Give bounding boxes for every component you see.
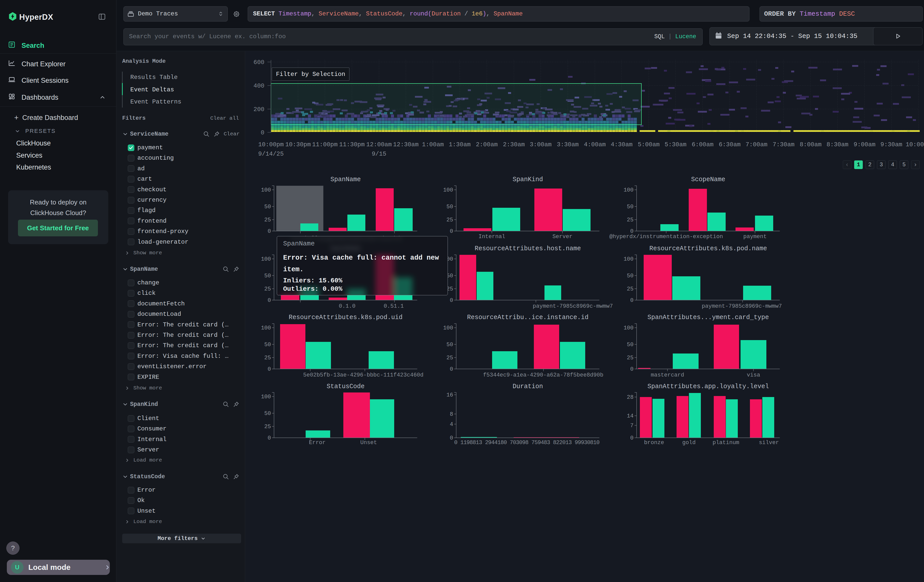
svg-text:25: 25 (627, 355, 634, 361)
svg-text:6:30am: 6:30am (719, 141, 741, 148)
svg-text:ResourceAttributes.k8s.pod.nam: ResourceAttributes.k8s.pod.name (649, 245, 767, 252)
svg-text:4: 4 (450, 421, 453, 428)
svg-text:ResourceAttributes.k8s.pod.uid: ResourceAttributes.k8s.pod.uid (289, 314, 403, 321)
svg-text:50: 50 (264, 411, 271, 417)
svg-text:50: 50 (447, 341, 453, 348)
svg-text:1:30am: 1:30am (449, 141, 470, 148)
svg-text:7: 7 (630, 422, 634, 429)
svg-text:payment-7985c8969c-mwmw7: payment-7985c8969c-mwmw7 (702, 303, 782, 310)
svg-text:25: 25 (447, 355, 453, 361)
svg-text:100: 100 (624, 187, 634, 193)
svg-text:600: 600 (254, 59, 264, 66)
svg-text:2:30am: 2:30am (503, 141, 525, 148)
svg-text:0: 0 (450, 435, 453, 441)
svg-text:0 1198813 2944180 703098 75948: 0 1198813 2944180 703098 759483 822013 9… (454, 440, 600, 446)
svg-text:0.51.1: 0.51.1 (384, 303, 404, 310)
svg-text:3:30am: 3:30am (557, 141, 579, 148)
svg-text:1:00am: 1:00am (422, 141, 444, 148)
svg-text:0: 0 (450, 366, 453, 373)
svg-text:11:00pm: 11:00pm (312, 141, 338, 148)
svg-text:f5344ec9-a1ea-4290-a62a-78f5be: f5344ec9-a1ea-4290-a62a-78f5bee8d90b (483, 372, 603, 378)
svg-text:payment-7985c8969c-mwmw7: payment-7985c8969c-mwmw7 (533, 303, 613, 310)
svg-text:5:00am: 5:00am (638, 141, 660, 148)
svg-text:50: 50 (627, 341, 634, 348)
svg-text:Error: Error (309, 440, 326, 446)
svg-text:25: 25 (627, 286, 634, 292)
svg-text:50: 50 (264, 341, 271, 348)
svg-text:25: 25 (447, 217, 453, 223)
svg-text:0: 0 (268, 435, 271, 441)
svg-text:100: 100 (624, 256, 634, 262)
svg-text:0: 0 (268, 297, 271, 303)
svg-text:10:30pm: 10:30pm (285, 141, 311, 148)
svg-text:5e02b5fb-13ae-4296-bbbc-111f42: 5e02b5fb-13ae-4296-bbbc-111f423c460d (303, 372, 423, 378)
svg-text:50: 50 (264, 204, 271, 210)
svg-text:Unset: Unset (360, 440, 377, 446)
svg-text:SpanName: SpanName (330, 176, 361, 183)
svg-text:100: 100 (261, 325, 271, 331)
svg-text:0: 0 (450, 297, 453, 303)
svg-text:100: 100 (261, 256, 271, 262)
svg-text:5:30am: 5:30am (665, 141, 686, 148)
svg-text:400: 400 (254, 82, 264, 89)
svg-text:7:30am: 7:30am (773, 141, 794, 148)
svg-text:12:00am: 12:00am (366, 141, 392, 148)
svg-text:14: 14 (627, 413, 634, 419)
svg-text:ResourceAttributes.host.name: ResourceAttributes.host.name (475, 245, 581, 252)
svg-text:25: 25 (264, 286, 271, 292)
svg-text:0: 0 (630, 435, 634, 441)
svg-text:silver: silver (759, 440, 779, 446)
svg-text:mastercard: mastercard (651, 372, 684, 378)
svg-text:0.1.0: 0.1.0 (339, 303, 355, 310)
svg-text:0: 0 (268, 228, 271, 234)
svg-text:0: 0 (630, 366, 634, 373)
svg-text:50: 50 (627, 273, 634, 279)
svg-text:ResourceAttribu..ice.instance.: ResourceAttribu..ice.instance.id (467, 314, 589, 321)
svg-text:16: 16 (447, 392, 453, 398)
svg-text:10:00pm: 10:00pm (258, 141, 284, 148)
svg-text:payment: payment (743, 234, 767, 240)
svg-text:28: 28 (627, 394, 634, 401)
svg-text:platinum: platinum (713, 440, 739, 446)
svg-text:Internal: Internal (478, 234, 505, 240)
svg-text:100: 100 (443, 187, 453, 193)
svg-text:50: 50 (264, 273, 271, 279)
svg-text:25: 25 (264, 355, 271, 361)
svg-text:ScopeName: ScopeName (691, 176, 725, 183)
svg-text:9/15: 9/15 (372, 150, 386, 157)
svg-text:gold: gold (682, 440, 696, 446)
svg-text:8:00am: 8:00am (800, 141, 822, 148)
svg-text:9/14/25: 9/14/25 (258, 150, 284, 157)
svg-text:0: 0 (261, 129, 264, 136)
svg-text:25: 25 (627, 217, 634, 223)
svg-text:6:00am: 6:00am (692, 141, 713, 148)
svg-text:Server: Server (552, 234, 572, 240)
svg-text:25: 25 (264, 217, 271, 223)
svg-text:SpanAttributes...yment.card_ty: SpanAttributes...yment.card_type (647, 314, 769, 321)
svg-text:100: 100 (261, 187, 271, 193)
svg-text:25: 25 (264, 424, 271, 430)
svg-text:10:00am: 10:00am (906, 141, 924, 148)
svg-text:8:30am: 8:30am (827, 141, 848, 148)
svg-text:9:00am: 9:00am (854, 141, 875, 148)
svg-text:100: 100 (261, 394, 271, 400)
svg-text:50: 50 (627, 204, 634, 210)
svg-text:50: 50 (447, 204, 453, 210)
svg-text:8: 8 (450, 411, 453, 417)
svg-text:SpanKind: SpanKind (513, 176, 543, 183)
svg-text:12:30am: 12:30am (393, 141, 419, 148)
svg-text:Duration: Duration (513, 383, 543, 390)
svg-text:11:30pm: 11:30pm (339, 141, 365, 148)
svg-text:3:00am: 3:00am (530, 141, 551, 148)
svg-text:200: 200 (254, 106, 264, 113)
svg-text:4:30am: 4:30am (611, 141, 632, 148)
svg-text:2:00am: 2:00am (476, 141, 498, 148)
svg-text:9:30am: 9:30am (881, 141, 902, 148)
svg-text:4:00am: 4:00am (584, 141, 606, 148)
svg-text:bronze: bronze (644, 440, 664, 446)
svg-text:100: 100 (443, 325, 453, 331)
svg-text:SpanAttributes.app.loyalty.lev: SpanAttributes.app.loyalty.level (647, 383, 769, 390)
svg-text:0: 0 (268, 366, 271, 373)
svg-text:7:00am: 7:00am (746, 141, 767, 148)
svg-text:100: 100 (624, 325, 634, 331)
